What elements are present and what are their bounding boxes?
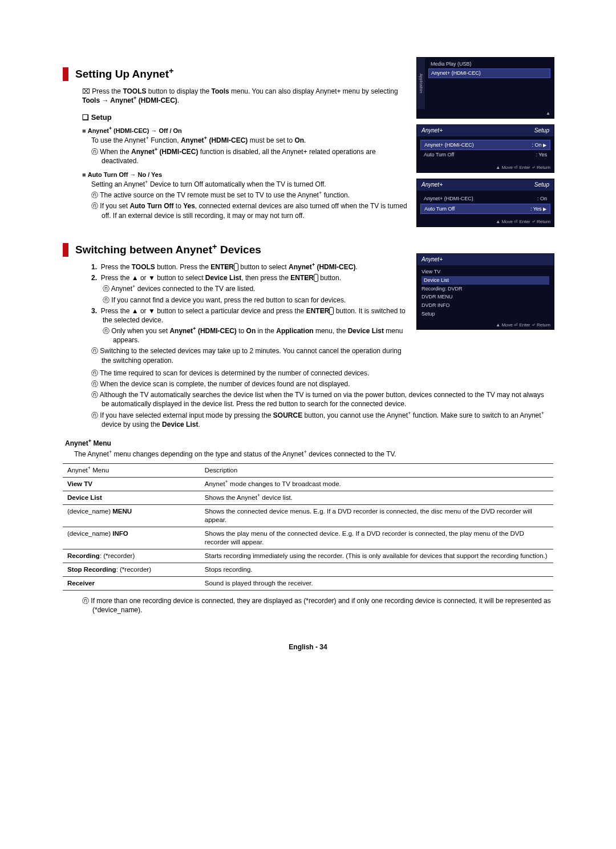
item1-note1: When the Anynet+ (HDMI-CEC) function is … — [91, 147, 408, 165]
enter-icon: ⏎ — [314, 274, 318, 282]
screenshot-device-list: Anynet+ View TV Device List Recording: D… — [416, 253, 554, 330]
section-title-switching: Switching between Anynet+ Devices — [63, 243, 408, 257]
table-row: Recording: (*recorder) Starts recording … — [63, 549, 553, 563]
screenshot-setup-2: Anynet+Setup Anynet+ (HDMI-CEC): On Auto… — [416, 179, 554, 227]
step2-n1: Anynet+ devices connected to the TV are … — [103, 284, 408, 293]
note-switch-time: Switching to the selected devices may ta… — [91, 346, 408, 365]
screenshot-setup-1: Anynet+Setup Anynet+ (HDMI-CEC): On ▶ Au… — [416, 124, 554, 173]
note-auto-search: Although the TV automatically searches t… — [91, 390, 553, 409]
table-row: Receiver Sound is played through the rec… — [63, 576, 553, 590]
enter-icon: ⏎ — [234, 263, 238, 271]
item2-n1: The active source on the TV remote must … — [91, 191, 408, 200]
anynet-menu-table: Anynet+ Menu Description View TV Anynet+… — [63, 463, 553, 590]
setup-heading: Setup — [82, 113, 408, 122]
red-bar-icon — [63, 243, 68, 257]
item-anynet-hdmi-cec: Anynet+ (HDMI-CEC) → Off / On — [82, 127, 408, 134]
page-number: English - 34 — [63, 643, 553, 651]
tools-intro: Press the TOOLS button to display the To… — [82, 87, 408, 105]
step-3: 3. Press the ▲ or ▼ button to select a p… — [91, 306, 408, 325]
step3-n1: Only when you set Anynet+ (HDMI-CEC) to … — [103, 326, 408, 345]
red-bar-icon — [63, 67, 68, 81]
table-row: (device_name) INFO Shows the play menu o… — [63, 527, 553, 549]
item2-p1: Setting an Anynet+ Device to turn Off au… — [91, 180, 408, 189]
note-scan-count: When the device scan is complete, the nu… — [91, 379, 553, 389]
note-source: If you have selected external input mode… — [91, 411, 553, 429]
item1-p1: To use the Anynet+ Function, Anynet+ (HD… — [91, 136, 408, 145]
table-footnote: If more than one recording device is con… — [82, 596, 553, 614]
screenshot-application-menu: Application Media Play (USB) Anynet+ (HD… — [416, 57, 554, 119]
table-row: Device List Shows the Anynet+ device lis… — [63, 491, 553, 505]
anynet-menu-intro: The Anynet+ menu changes depending on th… — [74, 450, 553, 459]
manual-page: Setting Up Anynet+ Press the TOOLS butto… — [0, 0, 616, 674]
section-title-setting-up: Setting Up Anynet+ — [63, 67, 408, 81]
table-row: (device_name) MENU Shows the connected d… — [63, 504, 553, 527]
table-row: Stop Recording: (*recorder) Stops record… — [63, 563, 553, 576]
step2-n2: If you cannot find a device you want, pr… — [103, 296, 408, 305]
table-row: View TV Anynet+ mode changes to TV broad… — [63, 478, 553, 491]
note-scan-time: The time required to scan for devices is… — [91, 369, 553, 378]
step-1: 1. Press the TOOLS button. Press the ENT… — [91, 262, 408, 272]
anynet-menu-heading: Anynet+ Menu — [65, 439, 553, 447]
item-auto-turn-off: Auto Turn Off → No / Yes — [82, 171, 408, 178]
item2-n2: If you set Auto Turn Off to Yes, connect… — [91, 201, 408, 220]
step-2: 2. Press the ▲ or ▼ button to select Dev… — [91, 273, 408, 282]
